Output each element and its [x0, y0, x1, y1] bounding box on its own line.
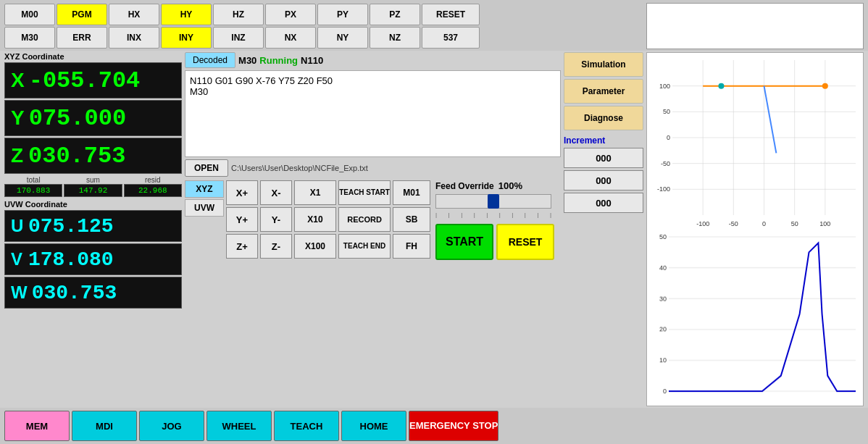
resid-label: resid	[145, 176, 161, 184]
header-btn-row2-err[interactable]: ERR	[57, 27, 107, 49]
bottom-btn-mem[interactable]: MEM	[4, 411, 70, 441]
header-btn-row2-ny[interactable]: NY	[317, 27, 368, 49]
w-value: 030.753	[32, 282, 117, 304]
reset-button[interactable]: RESET	[496, 224, 554, 260]
y-axis-label: Y	[11, 106, 25, 130]
simulation-button[interactable]: Simulation	[564, 52, 643, 77]
z-plus-button[interactable]: Z+	[226, 234, 258, 259]
feed-percent: 100%	[498, 180, 522, 191]
y-plus-button[interactable]: Y+	[226, 207, 258, 232]
teach-start-button[interactable]: TEACH START	[338, 180, 391, 205]
header-btn-row2-nx[interactable]: NX	[265, 27, 316, 49]
header-btn-row1-pgm[interactable]: PGM	[57, 4, 107, 25]
increment-label: Increment	[564, 135, 643, 146]
z-coord-box: Z 030.753	[4, 138, 182, 174]
bottom-btn-wheel[interactable]: WHEEL	[206, 411, 272, 441]
header-btn-row1-pz[interactable]: PZ	[370, 4, 420, 25]
header-btn-row1-hy[interactable]: HY	[161, 4, 212, 25]
x-minus-button[interactable]: X-	[260, 180, 292, 205]
inc1: 000	[564, 148, 643, 168]
file-path: C:\Users\User\Desktop\NCFile_Exp.txt	[231, 164, 368, 172]
start-button[interactable]: START	[435, 224, 493, 260]
open-button[interactable]: OPEN	[185, 159, 228, 177]
inc3: 000	[564, 193, 643, 213]
bottom-btn-teach[interactable]: TEACH	[274, 411, 339, 441]
header-btn-row2-iny[interactable]: INY	[161, 27, 212, 49]
nc-m30-label: M30	[238, 55, 256, 66]
decoded-tab[interactable]: Decoded	[185, 52, 235, 68]
header-btn-row2-inz[interactable]: INZ	[213, 27, 264, 49]
feed-label: Feed Override	[435, 181, 494, 191]
sum-value: 147.92	[64, 184, 122, 197]
x10-button[interactable]: X10	[294, 207, 336, 232]
diagnose-button[interactable]: Diagnose	[564, 106, 643, 130]
x-value: -055.704	[29, 67, 141, 94]
inc2: 000	[564, 170, 643, 190]
total-label: total	[27, 176, 41, 184]
xyz-toggle[interactable]: XYZ	[185, 180, 224, 198]
sb-button[interactable]: SB	[393, 207, 430, 232]
y-coord-box: Y 075.000	[4, 100, 182, 136]
bottom-chart	[647, 230, 863, 406]
header-btn-row1-hx[interactable]: HX	[109, 4, 159, 25]
uvw-toggle[interactable]: UVW	[185, 199, 224, 217]
header-btn-row1-py[interactable]: PY	[317, 4, 368, 25]
top-chart	[647, 53, 863, 230]
nc-running-label: Running	[259, 55, 298, 66]
v-axis-label: V	[11, 249, 24, 269]
v-value: 178.080	[28, 248, 114, 271]
z-axis-label: Z	[11, 144, 24, 167]
u-coord-box: U 075.125	[4, 210, 182, 242]
x100-button[interactable]: X100	[294, 234, 336, 259]
header-btn-row2-inx[interactable]: INX	[109, 27, 159, 49]
z-minus-button[interactable]: Z-	[260, 234, 292, 259]
teach-end-button[interactable]: TEACH END	[338, 234, 391, 259]
xyz-label: XYZ Coordinate	[4, 52, 182, 61]
nc-display: N110 G01 G90 X-76 Y75 Z20 F50 M30	[185, 70, 561, 157]
fh-button[interactable]: FH	[393, 234, 430, 259]
x-coord-box: X -055.704	[4, 62, 182, 99]
bottom-btn-home[interactable]: HOME	[341, 411, 406, 441]
sum-label: sum	[86, 176, 100, 184]
header-btn-row2-nz[interactable]: NZ	[370, 27, 420, 49]
v-coord-box: V 178.080	[4, 243, 182, 275]
w-coord-box: W 030.753	[4, 277, 182, 309]
x-plus-button[interactable]: X+	[226, 180, 258, 205]
x-axis-label: X	[11, 69, 25, 92]
header-btn-row1-hz[interactable]: HZ	[213, 4, 264, 25]
total-value: 170.883	[4, 184, 62, 197]
z-value: 030.753	[28, 143, 125, 169]
header-btn-row2-m30[interactable]: M30	[4, 27, 55, 49]
nc-n110-label: N110	[301, 55, 323, 66]
header-btn-row2-537[interactable]: 537	[422, 27, 480, 49]
header-btn-row1-reset[interactable]: RESET	[422, 4, 480, 25]
u-value: 075.125	[28, 215, 114, 238]
bottom-btn-mdi[interactable]: MDI	[72, 411, 137, 441]
u-axis-label: U	[11, 216, 24, 236]
w-axis-label: W	[11, 282, 28, 303]
bottom-btn-emergency-stop[interactable]: EMERGENCY STOP	[409, 411, 498, 441]
y-value: 075.000	[29, 105, 126, 132]
x1-button[interactable]: X1	[294, 180, 336, 205]
parameter-button[interactable]: Parameter	[564, 79, 643, 104]
bottom-btn-jog[interactable]: JOG	[139, 411, 204, 441]
record-button[interactable]: RECORD	[338, 207, 391, 232]
y-minus-button[interactable]: Y-	[260, 207, 292, 232]
m01-button[interactable]: M01	[393, 180, 430, 205]
resid-value: 22.968	[124, 184, 182, 197]
header-btn-row1-px[interactable]: PX	[265, 4, 316, 25]
header-btn-row1-m00[interactable]: M00	[4, 4, 55, 25]
uvw-label: UVW Coordinate	[4, 200, 182, 209]
